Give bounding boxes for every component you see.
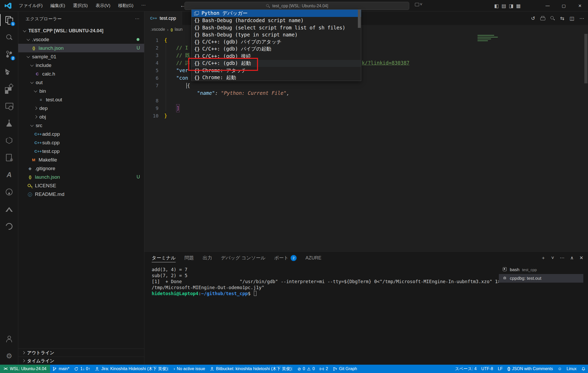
panel-close-icon[interactable]: ✕ (579, 255, 583, 261)
activity-search-icon[interactable] (0, 29, 18, 46)
terminal-instance-cppdbg: test.out[interactable]: cppdbg: test.out (499, 274, 583, 283)
quickpick-item[interactable]: {}C/C++: (gdb) パイプの起動 (192, 46, 361, 53)
tab-test-cpp[interactable]: C++ test.cpp (144, 11, 182, 25)
status-problems[interactable]: ⊘0⚠0 (295, 365, 317, 373)
activity-azure-icon[interactable]: A (0, 166, 18, 183)
status-feedback[interactable]: ☺ (555, 365, 564, 373)
minimize-button[interactable]: — (540, 0, 556, 11)
tree-item-.gitignore[interactable]: ◆.gitignore (18, 164, 144, 173)
quickpick-item[interactable]: {}C/C++: (gdb) 接続 (192, 53, 361, 60)
terminal-profile-chevron-icon[interactable]: ˅ (551, 255, 554, 261)
quickpick-item[interactable]: {}Bash-Debug (type in script name) (192, 31, 361, 39)
activity-remote-explorer-icon[interactable] (0, 97, 18, 115)
tree-item-src[interactable]: src (18, 121, 144, 130)
tree-item-bin[interactable]: bin (18, 87, 144, 95)
activity-testing-icon[interactable] (0, 115, 18, 132)
tree-item-calc.h[interactable]: Ccalc.h (18, 70, 144, 78)
print-icon[interactable] (540, 16, 545, 20)
tree-item-add.cpp[interactable]: C++add.cpp (18, 130, 144, 138)
status-ports-forwarded[interactable]: 2 (317, 365, 330, 373)
status-git-branch[interactable]: main* (50, 365, 72, 373)
editor-more-actions-icon[interactable]: ⋯ (579, 15, 584, 21)
panel-tab-ポート[interactable]: ポート2 (274, 252, 297, 264)
maximize-button[interactable]: ▢ (556, 0, 572, 11)
terminal-instance-bash[interactable]: bashtest_cpp (499, 265, 583, 274)
panel-tab-ターミナル[interactable]: ターミナル (152, 252, 176, 264)
activity-run-and-debug-icon[interactable] (0, 63, 18, 80)
status-notifications[interactable] (579, 365, 588, 373)
activity-containers-icon[interactable] (0, 132, 18, 149)
customize-layout-icon[interactable]: ▦ (516, 3, 521, 9)
breadcrumb-folder[interactable]: .vscode (151, 27, 165, 32)
toggle-sidebar-icon[interactable]: ◧ (494, 3, 499, 9)
tree-item-test.out[interactable]: ≡test.out (18, 95, 144, 104)
tree-item-Makefile[interactable]: MMakefile (18, 156, 144, 164)
tree-item-test.cpp[interactable]: C++test.cpp (18, 147, 144, 156)
panel-more-actions-icon[interactable]: ⋯ (560, 255, 565, 261)
status-eol[interactable]: LF (495, 365, 505, 373)
close-button[interactable]: ✕ (572, 0, 588, 11)
menu-item-編集(E)[interactable]: 編集(E) (47, 2, 68, 10)
status-remote-indicator[interactable]: ><WSL: Ubuntu-24.04 (0, 365, 50, 373)
status-indentation[interactable]: スペース: 4 (453, 365, 479, 373)
tree-item-launch.json[interactable]: {}launch.jsonU (18, 44, 144, 52)
menu-item-表示(V)[interactable]: 表示(V) (93, 2, 114, 10)
tree-item-README.md[interactable]: iREADME.md (18, 190, 144, 198)
tree-item-sample_01[interactable]: sample_01 (18, 52, 144, 61)
quickpick-item[interactable]: {}C/C++: (gdb) 起動 (192, 60, 361, 67)
status-language-mode[interactable]: {}JSON with Comments (505, 365, 555, 373)
timeline-icon[interactable]: ↺ (531, 15, 535, 21)
quickpick-item[interactable]: Python デバッガー (192, 10, 361, 17)
section-タイムライン[interactable]: タイムライン (18, 357, 144, 365)
status-active-issue[interactable]: ›No active issue (171, 365, 207, 373)
status-git-graph[interactable]: Git Graph (330, 365, 359, 373)
quickpick-item[interactable]: {}Chrome: アタッチ (192, 67, 361, 74)
menu-item-選択(S)[interactable]: 選択(S) (70, 2, 91, 10)
status-remote-os[interactable]: Linux (564, 365, 579, 373)
activity-extensions-icon[interactable] (0, 80, 18, 97)
terminal-output[interactable]: add(3, 4) = 7sub(7, 2) = 5[1] + Done "/u… (152, 267, 494, 362)
activity-cpp-tools-icon[interactable] (0, 149, 18, 166)
breadcrumb-file[interactable]: laun (175, 27, 182, 32)
activity-github-icon[interactable] (0, 183, 18, 201)
explorer-root-item[interactable]: TEST_CPP [WSL: UBUNTU-24.04] (18, 27, 144, 35)
panel-tab-デバッグ コンソール[interactable]: デバッグ コンソール (221, 252, 265, 264)
status-git-sync[interactable]: 1↓ 0↑ (72, 365, 93, 373)
compare-icon[interactable]: ⇆ (560, 15, 564, 21)
editor-search-icon[interactable] (550, 16, 555, 21)
panel-maximize-icon[interactable]: ∧ (570, 255, 574, 261)
quickpick-item[interactable]: {}Bash-Debug (select script from list of… (192, 24, 361, 31)
activity-accounts-icon[interactable] (0, 330, 18, 347)
menu-overflow[interactable]: ··· (138, 2, 149, 10)
tree-item-sub.cpp[interactable]: C++sub.cpp (18, 138, 144, 147)
activity-settings-icon[interactable]: ⚙ (0, 347, 18, 365)
menu-item-ファイル(F)[interactable]: ファイル(F) (16, 2, 46, 10)
tree-item-.vscode[interactable]: .vscode (18, 35, 144, 44)
activity-atlassian-icon[interactable] (0, 201, 18, 218)
activity-edge-tools-icon[interactable] (0, 218, 18, 235)
status-encoding[interactable]: UTF-8 (479, 365, 495, 373)
tree-item-out[interactable]: out (18, 78, 144, 87)
panel-tab-出力[interactable]: 出力 (203, 252, 212, 264)
explorer-more-actions-icon[interactable]: ··· (135, 16, 139, 21)
tree-item-LICENSE[interactable]: LICENSE (18, 181, 144, 190)
tree-item-dep[interactable]: dep (18, 104, 144, 113)
new-terminal-icon[interactable]: ＋ (541, 255, 546, 261)
status-bitbucket[interactable]: Bitbucket: kinoshita hidetoshi (木下 英俊): (207, 365, 295, 373)
activity-source-control-icon[interactable]: 2 (0, 46, 18, 63)
quickpick-item[interactable]: {}C/C++: (gdb) パイプのアタッチ (192, 38, 361, 46)
tree-item-include[interactable]: include (18, 61, 144, 70)
toolbar-extra-button[interactable]: ˅ (415, 2, 422, 7)
toggle-panel-icon[interactable]: ▤ (501, 3, 506, 9)
menu-item-移動(G)[interactable]: 移動(G) (115, 2, 137, 10)
quickpick-item[interactable]: {}Bash-Debug (hardcoded script name) (192, 17, 361, 24)
split-editor-icon[interactable]: ◫ (569, 15, 574, 21)
status-jira[interactable]: Jira: Kinoshita Hidetoshi (木下 英俊): (93, 365, 171, 373)
quickpick-item[interactable]: {}Chrome: 起動 (192, 74, 361, 82)
tree-item-obj[interactable]: obj (18, 113, 144, 121)
panel-tab-AZURE[interactable]: AZURE (305, 252, 321, 264)
tree-item-launch.json[interactable]: {}launch.jsonU (18, 173, 144, 181)
panel-tab-問題[interactable]: 問題 (185, 252, 194, 264)
toggle-secondary-sidebar-icon[interactable]: ◨ (509, 3, 513, 9)
command-center-search[interactable]: test_cpp [WSL: Ubuntu-24.04] (185, 2, 409, 10)
